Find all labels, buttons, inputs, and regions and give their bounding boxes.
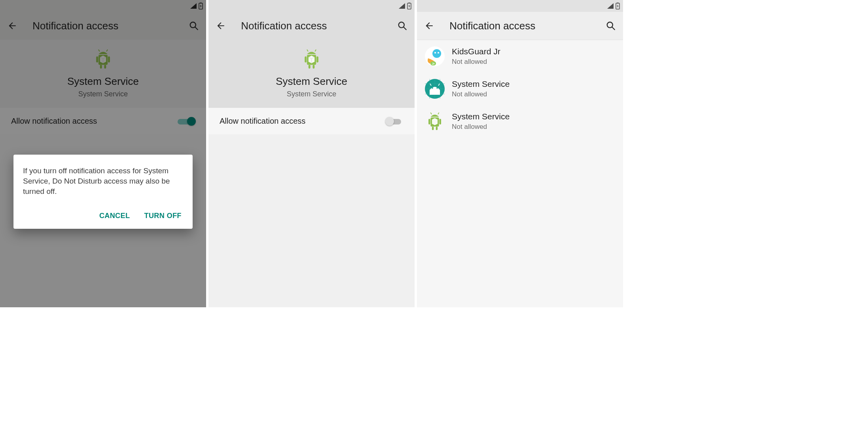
- search-button[interactable]: [392, 21, 407, 31]
- svg-rect-18: [308, 65, 310, 69]
- svg-rect-17: [317, 56, 319, 62]
- signal-icon: [607, 3, 614, 9]
- svg-rect-48: [436, 126, 438, 130]
- app-hero: System Service System Service: [208, 40, 415, 108]
- app-list: Jr KidsGuard Jr Not allowed: [417, 40, 623, 138]
- svg-line-21: [315, 50, 316, 52]
- screen-notification-access-list: Notification access Jr KidsGuard Jr Not …: [417, 0, 623, 307]
- svg-line-20: [307, 50, 308, 52]
- app-status: Not allowed: [452, 123, 510, 131]
- list-item[interactable]: Jr KidsGuard Jr Not allowed: [417, 40, 623, 73]
- back-button[interactable]: [424, 21, 440, 31]
- svg-point-28: [434, 52, 436, 54]
- screen-notification-access-dialog: Notification access System Service Syste…: [0, 0, 206, 307]
- page-title: Notification access: [449, 20, 600, 32]
- battery-charging-icon: [407, 2, 411, 10]
- android-teal-icon: [425, 79, 445, 99]
- dialog-actions: CANCEL TURN OFF: [23, 209, 183, 223]
- svg-rect-43: [430, 90, 440, 95]
- search-button[interactable]: [600, 21, 616, 31]
- app-name: System Service: [452, 112, 510, 121]
- status-bar: [417, 0, 623, 12]
- page-title: Notification access: [241, 20, 392, 32]
- kidsguard-icon: Jr: [425, 46, 445, 66]
- svg-rect-23: [617, 3, 619, 4]
- svg-point-40: [436, 87, 438, 89]
- svg-line-25: [612, 27, 615, 30]
- android-box-icon: [425, 111, 445, 131]
- dialog-scrim[interactable]: [0, 0, 206, 307]
- list-item[interactable]: System Service Not allowed: [417, 105, 623, 138]
- allow-notification-toggle-row[interactable]: Allow notification access: [208, 108, 415, 134]
- svg-line-49: [430, 113, 432, 114]
- svg-rect-16: [305, 56, 307, 62]
- app-bar: Notification access: [208, 12, 415, 40]
- svg-rect-46: [440, 119, 441, 124]
- svg-point-29: [438, 52, 439, 54]
- app-bar: Notification access: [417, 12, 623, 40]
- svg-rect-47: [432, 126, 434, 130]
- android-box-icon: [302, 49, 321, 69]
- svg-line-50: [438, 113, 439, 114]
- battery-charging-icon: [616, 2, 620, 10]
- app-subtitle: System Service: [287, 90, 336, 98]
- toggle-label: Allow notification access: [220, 117, 386, 126]
- app-name: KidsGuard Jr: [452, 47, 501, 56]
- signal-icon: [398, 3, 405, 9]
- turn-off-button[interactable]: TURN OFF: [143, 209, 183, 223]
- svg-rect-12: [409, 3, 410, 4]
- svg-text:Jr: Jr: [432, 62, 435, 65]
- dialog-body: If you turn off notification access for …: [23, 166, 183, 197]
- back-button[interactable]: [216, 21, 231, 31]
- svg-rect-45: [428, 119, 430, 124]
- app-status: Not allowed: [452, 58, 501, 66]
- app-name: System Service: [452, 79, 510, 89]
- screen-notification-access-off: Notification access System Service Syste…: [208, 0, 415, 307]
- svg-rect-19: [313, 65, 315, 69]
- app-name: System Service: [276, 75, 348, 88]
- status-bar: [208, 0, 415, 12]
- list-item[interactable]: System Service Not allowed: [417, 73, 623, 105]
- svg-line-14: [403, 27, 406, 30]
- app-status: Not allowed: [452, 90, 510, 98]
- turn-off-dialog: If you turn off notification access for …: [13, 155, 193, 229]
- toggle-switch[interactable]: [386, 117, 403, 125]
- svg-point-27: [432, 49, 441, 58]
- cancel-button[interactable]: CANCEL: [98, 209, 131, 223]
- svg-point-39: [432, 87, 433, 89]
